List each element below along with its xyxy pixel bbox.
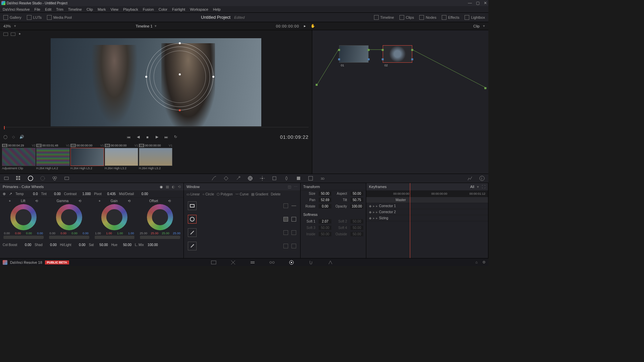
opacity-value[interactable]: 100.00 [350,204,363,208]
menu-color[interactable]: Color [159,7,167,11]
info-icon[interactable]: i [479,175,485,181]
invert-toggle[interactable] [291,217,296,222]
menu-help[interactable]: Help [213,7,221,11]
colboost-value[interactable]: 0.00 [20,243,31,247]
delete-window-button[interactable]: Delete [271,192,281,196]
transport-timecode[interactable]: 01:00:09:22 [280,134,309,140]
kf-expand-icon[interactable]: ⛶ [482,185,485,189]
window-item-circle[interactable] [185,213,299,226]
edit-page-icon[interactable] [250,259,256,265]
scopes-icon[interactable] [467,175,473,181]
lift-picker-icon[interactable]: + [9,199,11,203]
node-01[interactable]: 01 [339,45,369,63]
close-button[interactable]: ✕ [484,1,487,5]
menu-trim[interactable]: Trim [56,7,63,11]
circle-window-overlay[interactable] [146,43,213,110]
menu-davinci[interactable]: DaVinci Resolve [3,7,30,11]
3d-icon[interactable]: 3D [320,175,326,181]
settings-icon[interactable]: ⚙ [482,260,486,264]
key-icon[interactable] [296,175,302,181]
viewer-opt2-icon[interactable] [11,33,15,36]
lightbox-button[interactable]: Lightbox [465,15,485,20]
menu-clip[interactable]: Clip [87,7,93,11]
options-icon[interactable]: ⋯ [294,185,298,189]
tint-value[interactable]: 0.00 [50,192,61,196]
menu-mark[interactable]: Mark [98,7,106,11]
clip-label[interactable]: Clip [473,24,480,28]
stop-button[interactable]: ■ [144,134,151,140]
invert-toggle[interactable] [291,205,296,206]
gain-reset-icon[interactable]: ⟲ [128,199,130,203]
gamma-reset-icon[interactable]: ⟲ [78,199,81,203]
rotate-value[interactable]: 0.00 [319,204,331,208]
kf-sizing-row[interactable]: ◆▸▸ Sizing [366,215,488,221]
hilight-value[interactable]: 0.00 [75,243,86,247]
hand-icon[interactable]: ✋ [311,24,315,28]
pivot-value[interactable]: 0.435 [105,192,116,196]
pointer-icon[interactable]: ▸ [304,24,306,28]
mediapool-button[interactable]: Media Pool [47,15,72,20]
lift-wheel[interactable] [10,204,37,230]
prev-frame-button[interactable]: ◀ [135,134,142,140]
menu-edit[interactable]: Edit [45,7,51,11]
wand-icon[interactable]: ✦ [18,32,21,36]
node-02[interactable]: 02 [383,45,412,63]
lift-reset-icon[interactable]: ⟲ [35,199,38,203]
invert-toggle[interactable] [291,230,296,235]
home-icon[interactable] [3,260,7,265]
play-button[interactable]: ▶ [154,134,160,140]
preset-icon[interactable]: ◫ [288,185,291,189]
clip-thumb[interactable]: 0400:00:00:00V1 H.264 High L3.2 [105,143,138,172]
keyframes-all[interactable]: All [470,185,474,189]
gamma-wheel[interactable] [56,204,82,230]
media-page-icon[interactable] [211,259,217,265]
balance-icon[interactable]: ↗ [9,192,12,196]
reset-icon[interactable]: ⟲ [178,185,181,189]
log-mode-icon[interactable]: ◐ [172,185,175,189]
node-graph[interactable]: 01 02 [312,30,488,174]
temp-value[interactable]: 0.0 [27,192,38,196]
mask-toggle[interactable] [283,230,288,235]
motion-effects-icon[interactable] [64,175,70,181]
loop-button[interactable]: ↻ [172,134,179,140]
curves-icon[interactable] [211,175,217,181]
kf-corrector2-row[interactable]: ◆▸▸ Corrector 2 [366,209,488,215]
clip-thumb[interactable]: 0200:03:01:48V1 H.264 High L4.2 [36,143,70,172]
hue-value[interactable]: 50.00 [121,243,131,247]
clip-thumb[interactable]: 0300:00:00:00V1 H.264 High L5.2 [70,143,104,172]
window-item-pen[interactable] [185,239,299,253]
add-circle-button[interactable]: ○ Circle [203,192,214,196]
mid-value[interactable]: 0.00 [137,192,148,196]
window-item-linear[interactable] [185,199,299,213]
offset-wheel[interactable] [147,204,173,230]
clip-dropdown-icon[interactable]: ▾ [483,24,485,28]
hdr-icon[interactable] [40,175,46,181]
menu-view[interactable]: View [110,7,118,11]
prev-clip-button[interactable]: ⏮ [125,134,132,140]
gain-wheel[interactable] [101,204,127,230]
sizing-icon[interactable] [308,175,314,181]
viewer-opt1-icon[interactable] [3,33,8,36]
nodes-button[interactable]: Nodes [419,15,436,20]
soft1-value[interactable]: 2.07 [319,219,331,224]
picker-icon[interactable]: ⊕ [3,192,6,196]
kf-diamond-icon[interactable]: ◆ [369,204,372,208]
wheels-mode-icon[interactable]: ◉ [160,185,163,189]
color-checker-icon[interactable] [15,175,21,181]
tilt-value[interactable]: 50.75 [351,198,363,202]
menu-playback[interactable]: Playback [123,7,138,11]
gain-picker-icon[interactable]: + [99,199,101,203]
offset-reset-icon[interactable]: ⟲ [168,199,171,203]
deliver-page-icon[interactable] [327,259,333,265]
tracker-icon[interactable] [259,175,265,181]
aspect-value[interactable]: 50.00 [351,191,363,196]
menu-file[interactable]: File [35,7,41,11]
menu-fairlight[interactable]: Fairlight [172,7,185,11]
mask-toggle[interactable] [283,244,288,248]
clip-thumb[interactable]: 0500:00:00:00V1 H.264 High L5.2 [139,143,172,172]
add-linear-button[interactable]: ▭ Linear [186,192,200,196]
contrast-value[interactable]: 1.000 [80,192,91,196]
mask-toggle[interactable] [283,203,288,208]
fairlight-page-icon[interactable] [308,259,314,265]
sat-value[interactable]: 50.00 [97,243,108,247]
